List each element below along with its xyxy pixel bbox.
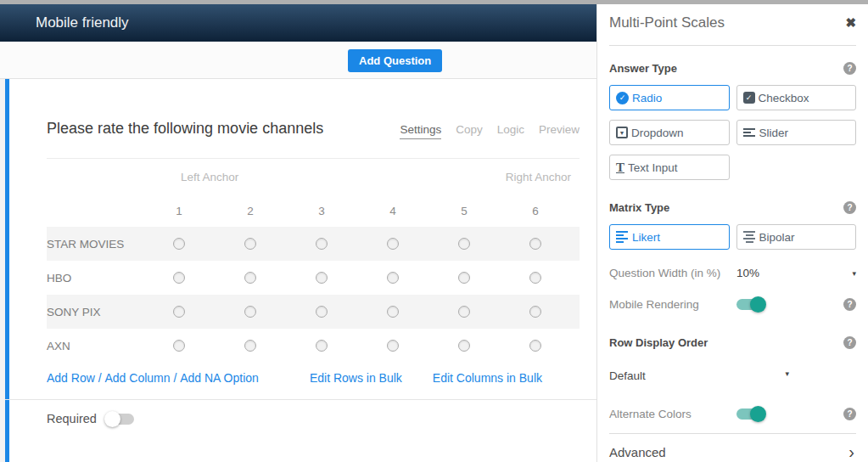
radio-option[interactable] — [529, 306, 541, 318]
toggle-knob — [104, 411, 120, 427]
radio-option[interactable] — [316, 340, 328, 352]
radio-option[interactable] — [458, 238, 470, 250]
matrix-type-label: Matrix Type — [609, 201, 669, 214]
radio-option[interactable] — [244, 238, 256, 250]
radio-option[interactable] — [387, 306, 399, 318]
question-tabs: Settings Copy Logic Preview — [400, 123, 580, 139]
radio-option[interactable] — [316, 238, 328, 250]
panel-header-divider — [609, 45, 856, 46]
help-icon[interactable]: ? — [843, 408, 856, 420]
radio-option[interactable] — [173, 340, 185, 352]
toolbar: Add Question — [0, 42, 596, 79]
advanced-section-toggle[interactable]: Advanced › — [609, 434, 856, 462]
answer-type-radio-button[interactable]: ✓ Radio — [609, 85, 730, 110]
add-na-option-link[interactable]: Add NA Option — [180, 371, 259, 385]
add-question-button[interactable]: Add Question — [348, 49, 442, 72]
radio-option[interactable] — [387, 340, 399, 352]
radio-option[interactable] — [529, 238, 541, 250]
required-toggle[interactable] — [105, 414, 134, 425]
row-label[interactable]: SONY PIX — [47, 306, 143, 318]
scale-point-label: 4 — [357, 205, 428, 217]
slider-bars-icon — [743, 128, 756, 137]
help-icon[interactable]: ? — [843, 201, 856, 214]
scale-point-label: 3 — [286, 205, 357, 217]
survey-title: Mobile friendly — [36, 14, 129, 31]
matrix-type-likert-button[interactable]: Likert — [609, 224, 730, 250]
scale-points-header-row: 1 2 3 4 5 6 — [47, 194, 580, 227]
help-icon[interactable]: ? — [843, 336, 856, 349]
matrix-row: AXN — [47, 329, 580, 363]
radio-option[interactable] — [244, 340, 256, 352]
likert-bars-icon — [616, 231, 629, 243]
radio-option[interactable] — [458, 340, 470, 352]
option-label: Checkbox — [759, 92, 809, 104]
matrix-row: SONY PIX — [47, 295, 580, 329]
tab-logic[interactable]: Logic — [497, 123, 524, 139]
radio-option[interactable] — [173, 272, 185, 284]
edit-rows-in-bulk-link[interactable]: Edit Rows in Bulk — [310, 371, 402, 385]
row-display-order-select[interactable]: Default ▾ — [609, 369, 789, 382]
caret-down-icon[interactable]: ▾ — [852, 269, 856, 278]
matrix-row: STAR MOVIES — [47, 227, 580, 261]
matrix-table: 1 2 3 4 5 6 STAR MOVIES — [47, 194, 580, 363]
answer-type-slider-button[interactable]: Slider — [736, 120, 857, 145]
radio-option[interactable] — [173, 306, 185, 318]
alternate-colors-toggle[interactable] — [736, 408, 765, 420]
anchor-labels-row: Left Anchor Right Anchor — [47, 159, 580, 194]
radio-option[interactable] — [458, 272, 470, 284]
option-label: Dropdown — [631, 127, 684, 139]
help-icon[interactable]: ? — [843, 298, 856, 311]
mobile-rendering-toggle[interactable] — [736, 299, 765, 310]
radio-option[interactable] — [529, 340, 541, 352]
option-label: Text Input — [628, 161, 678, 174]
radio-option[interactable] — [173, 238, 185, 250]
add-column-link[interactable]: Add Column — [104, 371, 170, 385]
scale-point-label: 5 — [428, 205, 500, 217]
edit-columns-in-bulk-link[interactable]: Edit Columns in Bulk — [433, 371, 542, 385]
question-title[interactable]: Please rate the following movie channels — [47, 120, 323, 138]
question-width-label: Question Width (in %) — [609, 267, 736, 279]
row-display-order-label: Row Display Order — [609, 336, 708, 349]
mobile-rendering-label: Mobile Rendering — [609, 298, 736, 311]
scale-point-label: 2 — [215, 205, 286, 217]
help-icon[interactable]: ? — [843, 62, 856, 75]
tab-settings[interactable]: Settings — [400, 123, 441, 139]
radio-option[interactable] — [244, 272, 256, 284]
text-input-t-icon: T — [616, 161, 624, 174]
add-row-link[interactable]: Add Row — [47, 371, 95, 385]
answer-type-dropdown-button[interactable]: ▼ Dropdown — [609, 120, 730, 145]
option-label: Slider — [759, 127, 789, 139]
answer-type-checkbox-button[interactable]: ✓ Checkbox — [736, 85, 857, 110]
answer-type-text-input-button[interactable]: T Text Input — [609, 155, 730, 180]
survey-editor-area: Mobile friendly Add Question Please rate… — [0, 4, 596, 462]
radio-option[interactable] — [387, 238, 399, 250]
matrix-type-options: Likert Bipolar — [609, 224, 856, 250]
answer-type-label: Answer Type — [609, 62, 677, 75]
radio-option[interactable] — [387, 272, 399, 284]
option-label: Likert — [632, 231, 660, 244]
bipolar-bars-icon — [743, 231, 756, 243]
required-label: Required — [47, 412, 97, 425]
radio-option[interactable] — [244, 306, 256, 318]
panel-title: Multi-Point Scales — [609, 14, 725, 31]
option-label: Bipolar — [759, 231, 795, 244]
tab-copy[interactable]: Copy — [456, 123, 483, 139]
close-icon[interactable]: ✖ — [845, 15, 856, 31]
radio-option[interactable] — [529, 272, 541, 284]
matrix-type-bipolar-button[interactable]: Bipolar — [736, 224, 857, 250]
question-width-value[interactable]: 10% — [736, 267, 759, 279]
right-anchor-label[interactable]: Right Anchor — [506, 171, 571, 183]
row-label[interactable]: AXN — [47, 340, 143, 352]
matrix-row: HBO — [47, 261, 580, 295]
row-label[interactable]: STAR MOVIES — [47, 238, 143, 251]
radio-option[interactable] — [316, 306, 328, 318]
left-anchor-label[interactable]: Left Anchor — [181, 171, 238, 183]
radio-option[interactable] — [316, 272, 328, 284]
tab-preview[interactable]: Preview — [539, 123, 580, 139]
option-label: Radio — [632, 92, 662, 104]
row-label[interactable]: HBO — [47, 272, 143, 285]
scale-point-label: 1 — [143, 205, 215, 217]
radio-option[interactable] — [458, 306, 470, 318]
required-divider — [5, 399, 596, 400]
required-row: Required — [47, 412, 580, 425]
